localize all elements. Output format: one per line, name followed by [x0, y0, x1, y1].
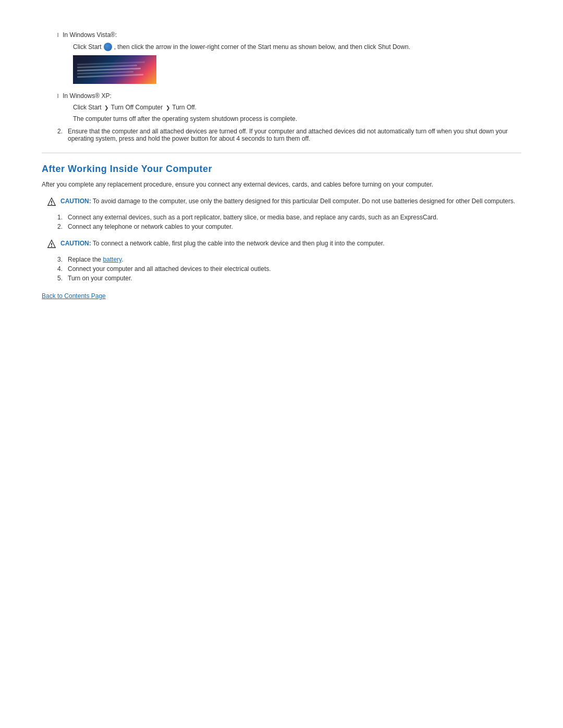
after-section-heading: After Working Inside Your Computer — [42, 164, 521, 175]
top-step-2: 2. Ensure that the computer and all atta… — [57, 128, 521, 142]
screenshot-line-4 — [77, 71, 133, 75]
steps-3-5: 3. Replace the battery. 4. Connect your … — [42, 256, 521, 282]
section-divider — [42, 153, 521, 153]
click-start-text: Click Start — [73, 43, 102, 51]
step-3-suffix: . — [121, 256, 123, 263]
svg-rect-3 — [51, 246, 52, 247]
after-section: After Working Inside Your Computer After… — [42, 164, 521, 300]
back-link-container: Back to Contents Page — [42, 292, 521, 300]
step-2-text: Ensure that the computer and all attache… — [68, 128, 521, 142]
vista-label: In Windows Vista®: — [63, 31, 117, 39]
caution-2-body: To connect a network cable, first plug t… — [91, 240, 385, 247]
caution-block-2: CAUTION: To connect a network cable, fir… — [42, 239, 521, 249]
screenshot-image — [73, 55, 156, 84]
caution-2-text: CAUTION: To connect a network cable, fir… — [60, 239, 384, 248]
step-num-3: 3. — [57, 256, 68, 263]
step-num-5: 5. — [57, 275, 68, 282]
after-step-2-text: Connect any telephone or network cables … — [68, 223, 233, 230]
step-num-2: 2. — [57, 128, 68, 142]
after-step-2: 2. Connect any telephone or network cabl… — [42, 223, 521, 230]
windows-logo-icon — [104, 43, 112, 51]
xp-label: In Windows® XP: — [63, 92, 112, 100]
after-step-5: 5. Turn on your computer. — [42, 275, 521, 282]
xp-arrow1: ❯ — [104, 105, 110, 110]
shutdown-note: The computer turns off after the operati… — [42, 115, 521, 122]
xp-arrow2: ❯ — [166, 105, 172, 110]
xp-turn-off: Turn Off Computer — [111, 104, 163, 111]
back-to-contents-link[interactable]: Back to Contents Page — [42, 292, 106, 300]
xp-bullet: l In Windows® XP: — [42, 92, 521, 100]
section-top: l In Windows Vista®: Click Start , then … — [42, 31, 521, 142]
step-3-prefix: Replace the — [68, 256, 103, 263]
xp-click-start: Click Start — [73, 104, 102, 111]
bullet-dot-xp: l — [57, 93, 58, 99]
after-step-4: 4. Connect your computer and all attache… — [42, 265, 521, 273]
vista-bullet: l In Windows Vista®: — [42, 31, 521, 39]
battery-link[interactable]: battery — [103, 256, 121, 263]
after-step-3: 3. Replace the battery. — [42, 256, 521, 263]
caution-1-body: To avoid damage to the computer, use onl… — [91, 198, 516, 205]
xp-instruction-line: Click Start ❯ Turn Off Computer ❯ Turn O… — [42, 104, 521, 111]
step-num-1: 1. — [57, 214, 68, 221]
caution-icon-2 — [47, 239, 56, 249]
svg-rect-2 — [51, 243, 52, 245]
click-start-line: Click Start , then click the arrow in th… — [42, 43, 521, 51]
bullet-dot: l — [57, 32, 58, 38]
svg-rect-1 — [51, 204, 52, 205]
after-step-5-text: Turn on your computer. — [68, 275, 132, 282]
top-numbered-list: 2. Ensure that the computer and all atta… — [42, 128, 521, 142]
step-num-4: 4. — [57, 265, 68, 273]
after-step-1: 1. Connect any external devices, such as… — [42, 214, 521, 221]
after-step-1-text: Connect any external devices, such as a … — [68, 214, 438, 221]
after-intro-text: After you complete any replacement proce… — [42, 181, 521, 188]
after-step-4-text: Connect your computer and all attached d… — [68, 265, 271, 273]
shutdown-note-text: The computer turns off after the operati… — [73, 115, 297, 122]
screenshot-lines — [73, 55, 156, 84]
caution-block-1: CAUTION: To avoid damage to the computer… — [42, 196, 521, 206]
click-start-suffix: , then click the arrow in the lower-righ… — [114, 43, 410, 51]
caution-1-label: CAUTION: — [60, 198, 91, 205]
steps-1-2: 1. Connect any external devices, such as… — [42, 214, 521, 230]
screenshot-line-5 — [77, 74, 143, 78]
caution-1-text: CAUTION: To avoid damage to the computer… — [60, 196, 515, 206]
xp-turn-off-end: Turn Off. — [172, 104, 197, 111]
after-step-3-text: Replace the battery. — [68, 256, 124, 263]
svg-rect-0 — [51, 201, 52, 203]
caution-icon-1 — [47, 197, 56, 206]
step-num-2b: 2. — [57, 223, 68, 230]
caution-2-label: CAUTION: — [60, 240, 91, 247]
